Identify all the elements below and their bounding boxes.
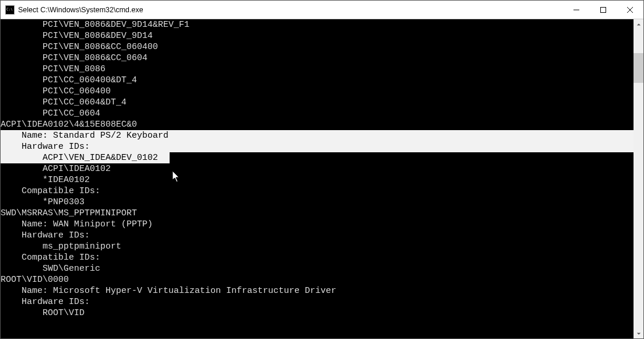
terminal-line: SWD\Generic — [1, 263, 634, 274]
terminal-line: Hardware IDs: — [1, 296, 634, 307]
terminal-line: ms_pptpminiport — [1, 241, 634, 252]
terminal-line: PCI\VEN_8086 — [1, 64, 634, 75]
terminal-line: PCI\CC_060400&DT_4 — [1, 75, 634, 86]
vertical-scrollbar[interactable] — [634, 19, 643, 338]
cmd-window: Select C:\Windows\System32\cmd.exe PCI\V… — [0, 0, 644, 339]
terminal-line: ROOT\VID — [1, 307, 634, 319]
terminal-line: Hardware IDs: — [1, 230, 634, 241]
terminal-line: Name: Microsoft Hyper-V Virtualization I… — [1, 285, 634, 296]
scroll-thumb[interactable] — [634, 53, 643, 83]
terminal-line: PCI\VEN_8086&CC_060400 — [1, 41, 634, 53]
terminal-line: PCI\VEN_8086&DEV_9D14 — [1, 30, 634, 41]
terminal-area: PCI\VEN_8086&DEV_9D14&REV_F1 PCI\VEN_808… — [1, 19, 643, 338]
scroll-down-button[interactable] — [634, 328, 643, 338]
window-title: Select C:\Windows\System32\cmd.exe — [18, 6, 143, 14]
terminal-line: Compatible IDs: — [1, 252, 634, 263]
terminal-line: ACPI\IDEA0102 — [1, 163, 634, 174]
svg-rect-1 — [601, 7, 606, 12]
titlebar[interactable]: Select C:\Windows\System32\cmd.exe — [1, 1, 643, 19]
terminal-line: PCI\CC_0604&DT_4 — [1, 97, 634, 108]
terminal-line: Hardware IDs: — [1, 141, 634, 152]
cmd-icon — [5, 5, 15, 15]
terminal-line: *IDEA0102 — [1, 174, 634, 186]
terminal-line: Name: Standard PS/2 Keyboard — [1, 130, 634, 141]
terminal-line: Name: WAN Miniport (PPTP) — [1, 219, 634, 230]
maximize-button[interactable] — [590, 1, 617, 19]
terminal-line: PCI\VEN_8086&DEV_9D14&REV_F1 — [1, 19, 634, 30]
terminal-line: PCI\VEN_8086&CC_0604 — [1, 53, 634, 64]
scroll-track[interactable] — [634, 29, 643, 328]
terminal-line: PCI\CC_0604 — [1, 108, 634, 119]
minimize-button[interactable] — [563, 1, 590, 19]
terminal-line: PCI\CC_060400 — [1, 86, 634, 97]
terminal-output[interactable]: PCI\VEN_8086&DEV_9D14&REV_F1 PCI\VEN_808… — [1, 19, 634, 338]
close-button[interactable] — [617, 1, 643, 19]
terminal-line: SWD\MSRRAS\MS_PPTPMINIPORT — [1, 208, 634, 219]
terminal-line: ACPI\IDEA0102\4&15E808EC&0 — [1, 119, 634, 130]
scroll-up-button[interactable] — [634, 19, 643, 29]
terminal-line: ROOT\VID\0000 — [1, 274, 634, 285]
terminal-line: Compatible IDs: — [1, 186, 634, 197]
terminal-line: *PNP0303 — [1, 197, 634, 208]
terminal-line: ACPI\VEN_IDEA&DEV_0102 — [1, 152, 634, 163]
